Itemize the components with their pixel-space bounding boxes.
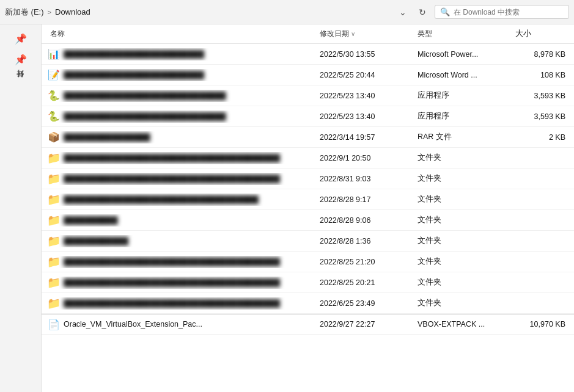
file-type: 文件夹 [415, 236, 513, 246]
folder-icon: 📁 [48, 256, 60, 268]
file-name-text: ████████████ [64, 237, 128, 245]
file-name-cell: 📁███████████████████████████████████████… [48, 256, 317, 268]
sort-arrow-modified: ∨ [351, 31, 355, 37]
file-modified: 2022/8/25 21:20 [317, 258, 415, 266]
table-row[interactable]: 📁████████████████████████████████████202… [42, 189, 574, 210]
file-name-text: ████████████████████████████████████████ [64, 175, 280, 183]
file-modified: 2022/8/25 20:21 [317, 278, 415, 287]
file-modified: 2022/5/23 13:40 [317, 112, 415, 121]
file-name-text: ██████████ [64, 216, 118, 225]
table-row[interactable]: 📦████████████████2022/3/14 19:57RAR 文件2 … [42, 127, 574, 148]
table-row[interactable]: 📁███████████████████████████████████████… [42, 293, 574, 314]
python-icon: 🐍 [48, 90, 60, 102]
file-modified: 2022/8/31 9:03 [317, 175, 415, 183]
table-row[interactable]: 📁███████████████████████████████████████… [42, 252, 574, 272]
top-bar-actions: ⌄ ↻ 🔍 [396, 5, 569, 20]
ppt-icon: 📊 [48, 48, 60, 60]
col-modified[interactable]: 修改日期 ∨ [317, 29, 415, 39]
file-size: 108 KB [513, 71, 568, 79]
file-modified: 2022/8/28 1:36 [317, 237, 415, 245]
file-panel: 名称 修改日期 ∨ 类型 大小 📊███████████████████████… [42, 24, 574, 392]
breadcrumb: 新加卷 (E:) > Download [5, 7, 396, 18]
table-row[interactable]: 📁██████████2022/8/28 9:06文件夹 [42, 210, 574, 231]
file-name-text: ██████████████████████████ [64, 71, 204, 79]
file-name-cell: 📄Oracle_VM_VirtualBox_Extension_Pac... [48, 318, 317, 330]
search-input[interactable] [454, 8, 551, 16]
file-modified: 2022/5/23 13:40 [317, 92, 415, 100]
table-row[interactable]: 🐍██████████████████████████████2022/5/23… [42, 85, 574, 106]
left-nav: 📌 📌 针对任 [0, 24, 42, 392]
main-layout: 📌 📌 针对任 名称 修改日期 ∨ 类型 大小 📊███████████████… [0, 24, 574, 392]
file-modified: 2022/9/1 20:50 [317, 154, 415, 162]
file-name-text: ██████████████████████████████ [64, 92, 226, 100]
file-size: 2 KB [513, 133, 568, 142]
file-name-text: ████████████████████████████████████████ [64, 154, 280, 162]
file-type: 应用程序 [415, 90, 513, 101]
file-name-cell: 📦████████████████ [48, 131, 317, 143]
file-list: 📊██████████████████████████2022/5/30 13:… [42, 44, 574, 392]
table-row[interactable]: 📁████████████2022/8/28 1:36文件夹 [42, 231, 574, 252]
table-row[interactable]: 📊██████████████████████████2022/5/30 13:… [42, 44, 574, 65]
vbox-icon: 📄 [48, 318, 60, 330]
file-name-cell: 📊██████████████████████████ [48, 48, 317, 60]
file-modified: 2022/3/14 19:57 [317, 133, 415, 142]
file-size: 10,970 KB [513, 320, 568, 328]
file-name-text: ████████████████████████████████████████ [64, 299, 280, 308]
file-type: 文件夹 [415, 194, 513, 205]
table-row[interactable]: 📁███████████████████████████████████████… [42, 169, 574, 189]
file-name-cell: 📁███████████████████████████████████████… [48, 297, 317, 310]
file-name-text: ████████████████████████████████████ [64, 195, 259, 204]
table-row[interactable]: 📝██████████████████████████2022/5/25 20:… [42, 65, 574, 85]
file-name-cell: 📁███████████████████████████████████████… [48, 277, 317, 289]
file-name-cell: 📁███████████████████████████████████████… [48, 152, 317, 164]
table-row[interactable]: 🐍██████████████████████████████2022/5/23… [42, 106, 574, 127]
col-type[interactable]: 类型 [415, 29, 513, 39]
file-modified: 2022/9/27 22:27 [317, 320, 415, 328]
table-row[interactable]: 📁███████████████████████████████████████… [42, 272, 574, 293]
dropdown-button[interactable]: ⌄ [396, 5, 410, 20]
file-type: 应用程序 [415, 111, 513, 122]
table-row[interactable]: 📁███████████████████████████████████████… [42, 148, 574, 169]
file-modified: 2022/5/25 20:44 [317, 71, 415, 79]
file-name-text: ████████████████████████████████████████ [64, 258, 280, 266]
file-name-cell: 📁██████████ [48, 214, 317, 227]
file-modified: 2022/8/28 9:17 [317, 195, 415, 204]
current-folder[interactable]: Download [55, 7, 90, 16]
file-name-cell: 🐍██████████████████████████████ [48, 111, 317, 123]
file-name-cell: 📁████████████████████████████████████ [48, 194, 317, 206]
file-name-cell: 📝██████████████████████████ [48, 69, 317, 81]
table-row[interactable]: 📄Oracle_VM_VirtualBox_Extension_Pac...20… [42, 314, 574, 335]
folder-icon: 📁 [48, 297, 60, 310]
file-type: 文件夹 [415, 256, 513, 267]
python-icon: 🐍 [48, 111, 60, 123]
file-type: 文件夹 [415, 173, 513, 184]
file-size: 3,593 KB [513, 92, 568, 100]
rar-icon: 📦 [48, 131, 60, 143]
drive-label[interactable]: 新加卷 (E:) [5, 7, 44, 18]
file-name-text: ██████████████████████████ [64, 50, 204, 59]
file-type: 文件夹 [415, 153, 513, 163]
file-size: 8,978 KB [513, 50, 568, 59]
folder-icon: 📁 [48, 173, 60, 185]
pin-button-1[interactable]: 📌 [10, 29, 32, 48]
file-type: 文件夹 [415, 277, 513, 288]
folder-icon: 📁 [48, 235, 60, 247]
search-box: 🔍 [435, 5, 569, 19]
col-size[interactable]: 大小 [513, 29, 568, 39]
file-type: 文件夹 [415, 215, 513, 225]
file-name-text: Oracle_VM_VirtualBox_Extension_Pac... [64, 320, 202, 328]
file-type: RAR 文件 [415, 132, 513, 142]
file-name-text: ██████████████████████████████ [64, 112, 226, 121]
file-modified: 2022/6/25 23:49 [317, 299, 415, 308]
folder-icon: 📁 [48, 152, 60, 164]
pin-button-2[interactable]: 📌 [10, 50, 32, 68]
file-name-cell: 📁███████████████████████████████████████… [48, 173, 317, 185]
file-type: 文件夹 [415, 298, 513, 308]
search-icon: 🔍 [440, 7, 450, 16]
file-modified: 2022/8/28 9:06 [317, 216, 415, 225]
breadcrumb-separator: > [48, 9, 51, 16]
top-bar: 新加卷 (E:) > Download ⌄ ↻ 🔍 [0, 0, 574, 24]
refresh-button[interactable]: ↻ [415, 5, 430, 20]
file-name-cell: 🐍██████████████████████████████ [48, 90, 317, 102]
file-modified: 2022/5/30 13:55 [317, 50, 415, 59]
